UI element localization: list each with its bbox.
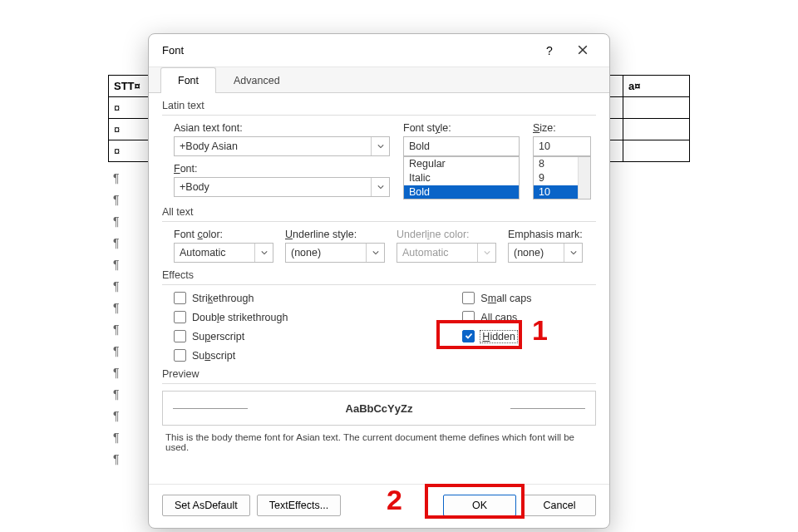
font-color-value: Automatic (180, 247, 226, 259)
tab-bar: Font Advanced (149, 67, 609, 93)
emphasis-mark-value: (none) (514, 247, 544, 259)
list-item[interactable]: Bold (404, 185, 519, 200)
group-legend: All text (162, 206, 596, 222)
checkbox-box (174, 311, 186, 323)
underline-color-select: Automatic (397, 243, 496, 263)
size-label: Size: (533, 122, 591, 134)
underline-color-label: Underline color: (397, 229, 496, 240)
group-latin-text: Latin text Asian text font: +Body Asian … (162, 100, 596, 200)
chevron-down-icon (371, 178, 389, 196)
check-icon (465, 331, 473, 342)
checkbox-small-caps[interactable]: Small caps (462, 292, 531, 304)
table-cell (623, 97, 690, 119)
list-item[interactable]: Regular (404, 157, 519, 171)
asian-font-combo[interactable]: +Body Asian (174, 136, 390, 156)
close-icon (578, 44, 588, 57)
set-as-default-button[interactable]: Set As Default (162, 495, 250, 516)
group-effects: Effects Strikethrough Double strikethrou… (162, 269, 596, 362)
emphasis-mark-select[interactable]: (none) (508, 243, 583, 263)
font-style-input[interactable]: Bold (403, 136, 520, 156)
checkbox-box (174, 349, 186, 362)
underline-style-value: (none) (291, 247, 321, 259)
checkbox-all-caps[interactable]: All caps (462, 311, 531, 323)
dialog-title: Font (162, 44, 533, 57)
titlebar: Font ? (149, 34, 609, 67)
list-item[interactable]: Italic (404, 171, 519, 185)
group-legend: Preview (162, 368, 596, 384)
checkbox-label: Superscript (192, 331, 244, 342)
font-value: +Body (180, 181, 209, 193)
preview-box: AaBbCcYyZz (162, 391, 596, 426)
group-all-text: All text Font color: Automatic Underline… (162, 206, 596, 263)
font-style-label: Font style: (403, 122, 520, 134)
checkbox-box (462, 292, 475, 304)
font-dialog: Font ? Font Advanced Latin text Asian te… (148, 33, 610, 529)
group-legend: Latin text (162, 100, 596, 116)
font-style-listbox[interactable]: Regular Italic Bold (403, 156, 520, 200)
dialog-footer: Set As Default Text Effects... OK Cancel (149, 484, 609, 528)
checkbox-box (462, 330, 475, 342)
asian-font-value: +Body Asian (180, 140, 238, 152)
underline-color-value: Automatic (402, 247, 449, 259)
checkbox-label: Small caps (480, 293, 531, 304)
checkbox-label: All caps (480, 312, 517, 323)
font-label: Font: (174, 163, 390, 175)
underline-style-select[interactable]: (none) (285, 243, 385, 263)
checkbox-strikethrough[interactable]: Strikethrough (174, 292, 288, 304)
scrollbar[interactable] (578, 157, 590, 199)
size-input[interactable]: 10 (533, 136, 591, 156)
help-button[interactable]: ? (533, 38, 566, 63)
cancel-button[interactable]: Cancel (523, 495, 596, 516)
chevron-down-icon (477, 244, 495, 262)
checkbox-label: Strikethrough (192, 293, 254, 304)
text-effects-button[interactable]: Text Effects... (257, 495, 341, 516)
checkbox-double-strikethrough[interactable]: Double strikethrough (174, 311, 288, 323)
checkbox-hidden[interactable]: Hidden (462, 330, 531, 342)
chevron-down-icon (371, 137, 389, 155)
checkbox-box (174, 292, 186, 304)
font-color-label: Font color: (174, 229, 273, 240)
preview-description: This is the body theme font for Asian te… (162, 432, 596, 452)
underline-style-label: Underline style: (285, 229, 385, 240)
checkbox-label: Hidden (480, 331, 517, 342)
size-listbox[interactable]: 8 9 10 (533, 156, 591, 200)
ok-button[interactable]: OK (443, 495, 516, 516)
checkbox-box (462, 311, 475, 323)
chevron-down-icon (366, 244, 384, 262)
checkbox-superscript[interactable]: Superscript (174, 330, 288, 342)
tab-advanced[interactable]: Advanced (216, 67, 298, 93)
font-combo[interactable]: +Body (174, 177, 390, 197)
emphasis-mark-label: Emphasis mark: (508, 229, 583, 240)
table-cell (623, 119, 690, 140)
asian-font-label: Asian text font: (174, 122, 390, 134)
chevron-down-icon (564, 244, 582, 262)
dialog-content: Latin text Asian text font: +Body Asian … (149, 93, 609, 484)
checkbox-box (174, 330, 186, 342)
checkbox-subscript[interactable]: Subscript (174, 349, 288, 362)
group-preview: Preview AaBbCcYyZz This is the body them… (162, 368, 596, 452)
checkbox-label: Double strikethrough (192, 312, 288, 323)
checkbox-label: Subscript (192, 350, 235, 362)
chevron-down-icon (254, 244, 273, 262)
close-button[interactable] (566, 38, 599, 63)
table-header-cell: a¤ (623, 76, 690, 97)
font-color-select[interactable]: Automatic (174, 243, 273, 263)
table-cell (623, 140, 690, 162)
tab-font[interactable]: Font (160, 67, 216, 93)
group-legend: Effects (162, 269, 596, 285)
preview-sample-text: AaBbCcYyZz (346, 402, 413, 415)
